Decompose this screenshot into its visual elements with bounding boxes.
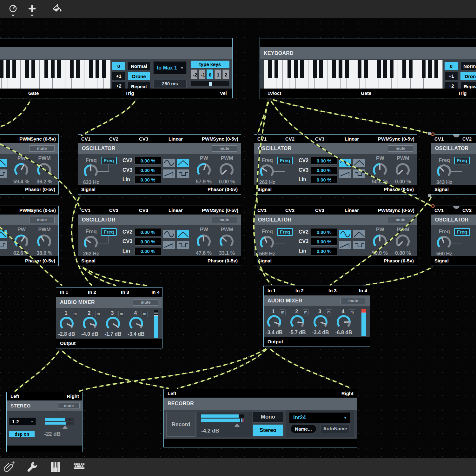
module-header[interactable]: OSCILLATOR mute [78, 215, 241, 225]
inlet-strip[interactable]: CV1 CV2 CV3 Linear PWM Sync (0-5v) [0, 206, 58, 215]
record-gain-slider-handle[interactable] [234, 423, 240, 427]
octave-0-button[interactable]: 0 [112, 62, 125, 70]
attach-plus-icon[interactable] [3, 460, 15, 474]
mode-drone-button[interactable]: Drone [460, 72, 476, 80]
inlet-linear[interactable]: Linear [345, 206, 359, 215]
output-pair-dropdown[interactable]: 1-2 ▼ [9, 418, 36, 425]
saw-wave-button[interactable] [163, 241, 175, 249]
inlet-strip[interactable]: CV1 CV2 CV3 Linear PWM Sync (0-5v) [78, 135, 241, 143]
inlet-in2[interactable]: In 2 [88, 288, 96, 297]
outlet-strip[interactable]: Signal Phasor (0-5v) [431, 256, 476, 266]
transpose-minus2-button[interactable]: -2 [191, 69, 197, 79]
outlet-signal[interactable]: Signal [434, 256, 449, 266]
inlet-pwm[interactable]: PWM [378, 206, 390, 215]
format-dropdown[interactable]: int24 ▼ [289, 413, 350, 423]
module-header[interactable]: OSCILLATOR mute [431, 215, 476, 225]
inlet-strip[interactable]: CV1 CV2 CV3 Linear PWM Sync (0-5v) [78, 206, 241, 215]
cv3-amount-box[interactable]: 0.00 % [311, 238, 337, 246]
inlet-right[interactable]: Right [341, 389, 354, 398]
outlet-strip[interactable]: Output [264, 337, 370, 347]
inlet-in3[interactable]: In 3 [328, 286, 337, 295]
triangle-wave-button[interactable] [353, 230, 365, 238]
channel-2-gain-knob[interactable] [83, 317, 97, 331]
inlet-in1[interactable]: In 1 [268, 286, 276, 295]
outlet-signal[interactable]: Signal [257, 256, 272, 266]
pw-knob[interactable] [197, 163, 211, 177]
freq-mode-button[interactable]: Freq [277, 157, 293, 164]
channel-2-mute[interactable]: m [303, 309, 309, 315]
gain-slider-handle[interactable] [63, 425, 68, 429]
inlet-in3[interactable]: In 3 [121, 288, 129, 297]
inlet-linear[interactable]: Linear [169, 206, 183, 215]
lin-amount-box[interactable]: 0.00 % [135, 176, 161, 184]
mode-normal-button[interactable]: Normal [460, 62, 476, 70]
channel-4-gain-knob[interactable] [337, 315, 351, 329]
mute-button[interactable]: mute [29, 145, 55, 152]
sine-wave-button[interactable] [339, 230, 351, 238]
module-header[interactable]: KEYBOARD [0, 47, 232, 59]
gain-value[interactable]: -22 dB [44, 431, 61, 437]
channel-4-gain-knob[interactable] [129, 317, 143, 331]
lin-amount-box[interactable]: 0.00 % [135, 247, 161, 255]
knob-tool-icon[interactable] [7, 2, 19, 16]
cv3-amount-box[interactable]: 0.00 % [311, 166, 337, 174]
outlet-strip[interactable]: Signal Phasor (0-5v) [0, 185, 58, 194]
sine-wave-button[interactable] [163, 159, 175, 167]
channel-1-mute[interactable]: m [280, 309, 286, 315]
channel-1-gain-value[interactable]: -2.8 dB [56, 331, 78, 337]
pwm-knob[interactable] [220, 163, 234, 177]
saw-wave-button[interactable] [163, 169, 175, 178]
outlet-phasor[interactable]: Phasor (0-5v) [208, 185, 238, 194]
inlet-sync[interactable]: Sync (0-5v) [30, 206, 56, 215]
cv2-amount-box[interactable]: 0.00 % [135, 228, 161, 236]
inlet-sync[interactable]: Sync (0-5v) [389, 135, 414, 143]
outlet-vel[interactable]: Vel [220, 89, 227, 98]
pw-value[interactable]: 50.0 % [368, 250, 392, 256]
inlet-cv2[interactable]: CV2 [109, 135, 118, 143]
inlet-cv2[interactable]: CV2 [109, 206, 118, 215]
freq-knob[interactable] [84, 236, 98, 250]
inlet-cv2[interactable]: CV2 [285, 135, 294, 143]
inlet-cv1[interactable]: CV1 [257, 206, 267, 215]
channel-4-gain-value[interactable]: -6.8 dB [333, 330, 355, 335]
channel-3-gain-knob[interactable] [314, 315, 327, 329]
freq-knob[interactable] [260, 236, 274, 250]
outlet-strip[interactable]: 1v/oct Gate Trig Vel [0, 89, 232, 98]
inlet-strip[interactable]: CV1 CV2 CV3 Linear PWM Sync (0-5v) [0, 135, 58, 143]
channel-3-gain-value[interactable]: -1.7 dB [102, 331, 124, 337]
module-header[interactable]: STEREO mute [7, 400, 82, 411]
freq-mode-button[interactable]: Freq [454, 228, 470, 236]
triangle-wave-button[interactable] [0, 159, 7, 167]
pwm-knob[interactable] [396, 163, 410, 177]
pw-value[interactable]: 62.6 % [9, 250, 33, 256]
velocity-slider[interactable] [191, 81, 229, 86]
triangle-wave-button[interactable] [177, 230, 189, 238]
pwm-value[interactable]: 38.6 % [32, 250, 57, 256]
freq-mode-button[interactable]: Freq [101, 157, 117, 164]
channel-4-mute[interactable]: m [142, 311, 148, 317]
record-gain-value[interactable]: -4.2 dB [201, 428, 219, 434]
mute-button[interactable]: mute [340, 298, 366, 304]
outlet-strip[interactable]: Output [56, 339, 162, 348]
inlet-sync[interactable]: Sync (0-5v) [389, 206, 414, 215]
channel-1-gain-knob[interactable] [60, 317, 74, 331]
inlet-cv2[interactable]: CV2 [462, 206, 472, 215]
inlet-strip[interactable]: In 1 In 2 In 3 In 4 [264, 286, 370, 295]
inlet-linear[interactable]: Linear [0, 206, 0, 215]
cv2-amount-box[interactable]: 0.00 % [311, 157, 337, 165]
name-button[interactable]: Name... [291, 425, 316, 433]
inlet-pwm[interactable]: PWM [202, 135, 214, 143]
pw-knob[interactable] [14, 163, 28, 177]
inlet-sync[interactable]: Sync (0-5v) [30, 135, 56, 143]
inlet-strip[interactable] [0, 38, 232, 47]
dsp-on-button[interactable]: dsp on [9, 431, 35, 437]
lin-amount-box[interactable]: 0.00 % [311, 176, 337, 184]
pw-knob[interactable] [373, 235, 387, 248]
repeat-time-box[interactable]: 250 ms [153, 80, 187, 88]
inlet-cv1[interactable]: CV1 [81, 206, 90, 215]
inlet-linear[interactable]: Linear [169, 135, 183, 143]
freq-mode-button[interactable]: Freq [454, 157, 470, 164]
module-header[interactable]: OSCILLATOR mute [431, 143, 476, 154]
pw-value[interactable]: 47.6 % [192, 250, 216, 256]
pw-knob[interactable] [14, 235, 28, 248]
